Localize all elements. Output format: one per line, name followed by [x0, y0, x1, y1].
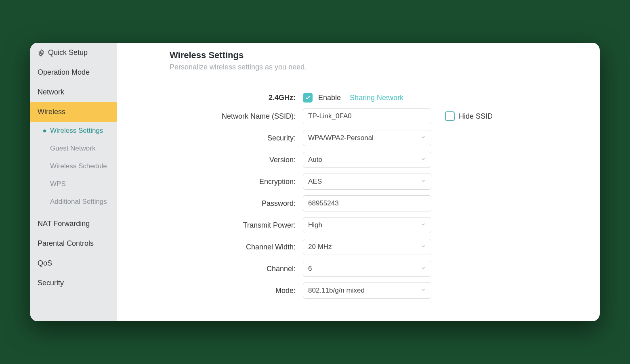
chevron-down-icon: [420, 134, 426, 142]
row-version: Version: Auto: [170, 152, 575, 168]
sidebar-sub-label: Guest Network: [50, 144, 95, 153]
select-value: WPA/WPA2-Personal: [308, 134, 374, 142]
sidebar-subitems: Wireless Settings Guest Network Wireless…: [30, 122, 117, 214]
sharing-network-link[interactable]: Sharing Network: [350, 94, 403, 102]
sidebar-sub-guest-network[interactable]: Guest Network: [30, 140, 117, 157]
encryption-label: Encryption:: [170, 178, 303, 186]
band-label: 2.4GHz:: [170, 94, 303, 102]
row-mode: Mode: 802.11b/g/n mixed: [170, 282, 575, 299]
gear-icon: [38, 49, 45, 56]
sidebar-item-label: Network: [38, 88, 64, 96]
sidebar-sub-label: Wireless Settings: [50, 127, 103, 135]
channel-width-label: Channel Width:: [170, 243, 303, 251]
mode-label: Mode:: [170, 287, 303, 295]
sidebar-item-label: Quick Setup: [48, 48, 88, 57]
sidebar-item-parental-controls[interactable]: Parental Controls: [30, 234, 117, 253]
svg-point-0: [40, 52, 42, 54]
channel-width-select[interactable]: 20 MHz: [303, 239, 431, 255]
sidebar-sub-label: Wireless Schedule: [50, 162, 107, 170]
sidebar-item-network[interactable]: Network: [30, 82, 117, 102]
enable-checkbox[interactable]: [303, 93, 313, 103]
chevron-down-icon: [420, 156, 426, 164]
transmit-power-select[interactable]: High: [303, 217, 431, 233]
security-label: Security:: [170, 134, 303, 142]
sidebar-sub-wireless-settings[interactable]: Wireless Settings: [30, 122, 117, 140]
channel-select[interactable]: 6: [303, 261, 431, 277]
sidebar-item-qos[interactable]: QoS: [30, 253, 117, 273]
sidebar-sub-additional-settings[interactable]: Additional Settings: [30, 193, 117, 211]
row-band: 2.4GHz: Enable Sharing Network: [170, 93, 575, 103]
select-value: High: [308, 221, 322, 229]
encryption-select[interactable]: AES: [303, 174, 431, 190]
page-subtitle: Personalize wireless settings as you nee…: [170, 63, 575, 78]
sidebar-item-nat-forwarding[interactable]: NAT Forwarding: [30, 214, 117, 234]
sidebar-item-label: QoS: [38, 259, 52, 268]
row-transmit-power: Transmit Power: High: [170, 217, 575, 233]
sidebar-item-wireless[interactable]: Wireless: [30, 102, 117, 122]
app-window: Quick Setup Operation Mode Network Wirel…: [30, 43, 600, 321]
select-value: 20 MHz: [308, 243, 332, 251]
sidebar-item-security[interactable]: Security: [30, 273, 117, 293]
row-security: Security: WPA/WPA2-Personal: [170, 130, 575, 146]
chevron-down-icon: [420, 178, 426, 186]
row-channel: Channel: 6: [170, 261, 575, 277]
mode-select[interactable]: 802.11b/g/n mixed: [303, 282, 431, 299]
sidebar-item-label: Parental Controls: [38, 239, 94, 248]
main-content: Wireless Settings Personalize wireless s…: [117, 43, 600, 321]
security-select[interactable]: WPA/WPA2-Personal: [303, 130, 431, 146]
row-ssid: Network Name (SSID): Hide SSID: [170, 108, 575, 124]
chevron-down-icon: [420, 265, 426, 273]
select-value: Auto: [308, 156, 322, 164]
select-value: AES: [308, 178, 322, 186]
sidebar-item-quick-setup[interactable]: Quick Setup: [30, 43, 117, 63]
ssid-label: Network Name (SSID):: [170, 112, 303, 121]
channel-label: Channel:: [170, 265, 303, 273]
sidebar-sub-label: WPS: [50, 180, 66, 188]
ssid-input[interactable]: [303, 108, 431, 124]
password-label: Password:: [170, 199, 303, 208]
page-title: Wireless Settings: [170, 50, 575, 61]
chevron-down-icon: [420, 243, 426, 251]
chevron-down-icon: [420, 287, 426, 295]
version-label: Version:: [170, 156, 303, 164]
sidebar-sub-wps[interactable]: WPS: [30, 175, 117, 193]
chevron-down-icon: [420, 221, 426, 229]
version-select[interactable]: Auto: [303, 152, 431, 168]
sidebar-item-operation-mode[interactable]: Operation Mode: [30, 63, 117, 82]
sidebar-item-label: NAT Forwarding: [38, 220, 90, 228]
row-encryption: Encryption: AES: [170, 174, 575, 190]
hide-ssid-label: Hide SSID: [459, 112, 493, 121]
row-channel-width: Channel Width: 20 MHz: [170, 239, 575, 255]
enable-label: Enable: [318, 94, 341, 102]
hide-ssid-checkbox[interactable]: [445, 111, 455, 121]
sidebar-item-label: Wireless: [38, 108, 65, 116]
sidebar-item-label: Security: [38, 279, 64, 287]
row-password: Password:: [170, 195, 575, 211]
transmit-power-label: Transmit Power:: [170, 221, 303, 230]
sidebar-sub-label: Additional Settings: [50, 198, 107, 206]
select-value: 6: [308, 265, 312, 273]
sidebar-item-label: Operation Mode: [38, 68, 90, 77]
bullet-icon: [43, 130, 46, 132]
select-value: 802.11b/g/n mixed: [308, 287, 365, 295]
sidebar-sub-wireless-schedule[interactable]: Wireless Schedule: [30, 157, 117, 175]
password-input[interactable]: [303, 195, 431, 211]
sidebar: Quick Setup Operation Mode Network Wirel…: [30, 43, 117, 321]
